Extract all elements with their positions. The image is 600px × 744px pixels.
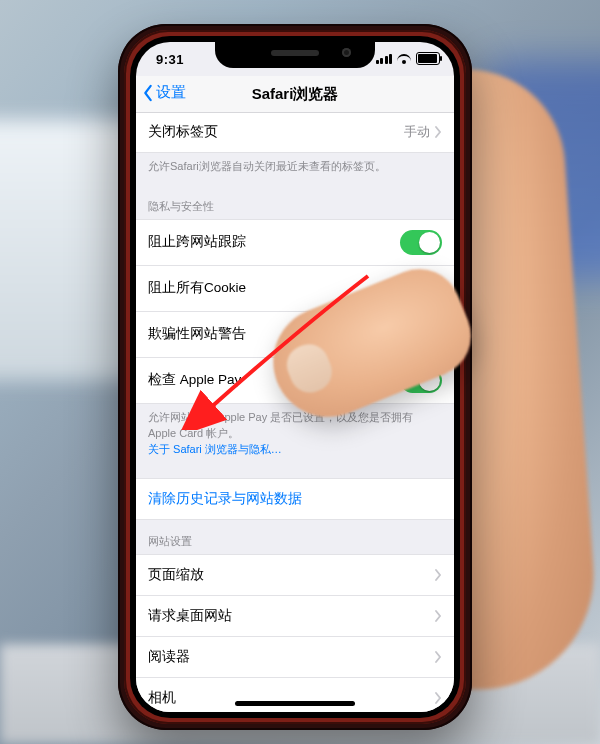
row-reader[interactable]: 阅读器 [136, 637, 454, 678]
row-request-desktop[interactable]: 请求桌面网站 [136, 596, 454, 637]
row-label: 阅读器 [148, 648, 434, 666]
wifi-icon [397, 54, 411, 64]
row-value: 手动 [404, 123, 430, 141]
about-safari-privacy-link[interactable]: 关于 Safari 浏览器与隐私… [148, 443, 282, 455]
close-tabs-footer: 允许Safari浏览器自动关闭最近未查看的标签页。 [136, 153, 454, 185]
chevron-right-icon [434, 692, 442, 704]
nav-title: Safari浏览器 [136, 85, 454, 104]
section-header-site-settings: 网站设置 [136, 520, 454, 554]
chevron-right-icon [434, 126, 442, 138]
section-header-privacy: 隐私与安全性 [136, 185, 454, 219]
home-indicator[interactable] [235, 701, 355, 706]
toggle-cross-site[interactable] [400, 230, 442, 255]
row-page-zoom[interactable]: 页面缩放 [136, 554, 454, 596]
row-label: 阻止跨网站跟踪 [148, 233, 400, 251]
battery-icon [416, 52, 440, 65]
chevron-right-icon [434, 569, 442, 581]
status-time: 9:31 [156, 52, 184, 67]
row-clear-history[interactable]: 清除历史记录与网站数据 [136, 478, 454, 520]
nav-bar: 设置 Safari浏览器 [136, 76, 454, 113]
chevron-right-icon [434, 651, 442, 663]
row-label: 关闭标签页 [148, 123, 404, 141]
settings-content[interactable]: 关闭标签页 手动 允许Safari浏览器自动关闭最近未查看的标签页。 隐私与安全… [136, 112, 454, 712]
row-cross-site-tracking[interactable]: 阻止跨网站跟踪 [136, 219, 454, 266]
chevron-right-icon [434, 610, 442, 622]
row-label: 页面缩放 [148, 566, 434, 584]
row-close-tabs[interactable]: 关闭标签页 手动 [136, 112, 454, 153]
cellular-icon [376, 54, 393, 64]
row-camera[interactable]: 相机 [136, 678, 454, 712]
notch [215, 42, 375, 68]
row-label: 请求桌面网站 [148, 607, 434, 625]
apple-pay-footer: 允许网站检查 Apple Pay 是否已设置，以及您是否拥有 Apple Car… [136, 404, 454, 468]
clear-history-label: 清除历史记录与网站数据 [148, 491, 302, 506]
